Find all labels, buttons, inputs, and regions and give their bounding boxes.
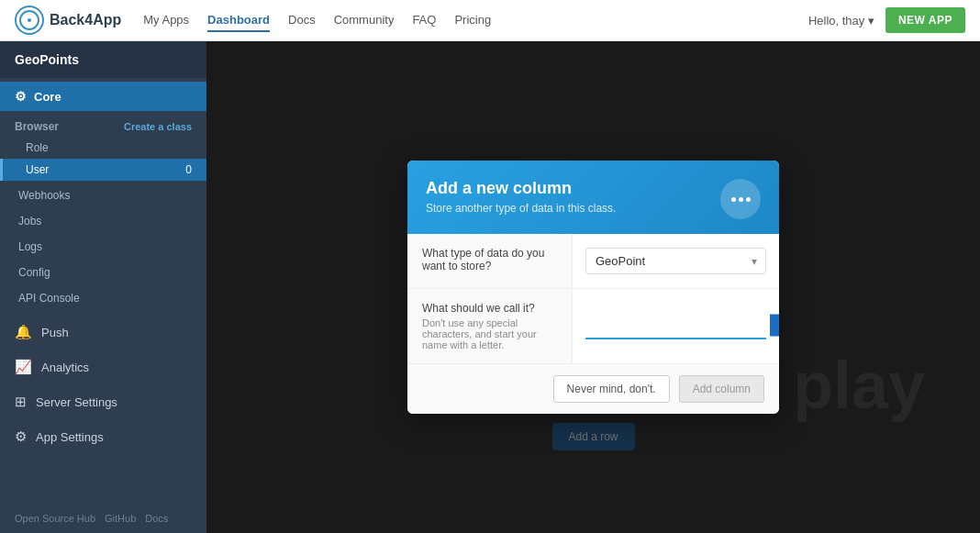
nav-community[interactable]: Community xyxy=(334,9,395,32)
app-settings-label: App Settings xyxy=(36,430,104,444)
push-label: Push xyxy=(41,326,69,339)
data-type-select[interactable]: GeoPoint xyxy=(585,248,766,274)
modal-body: What type of data do you want to store? … xyxy=(407,234,779,363)
arrow-pointer xyxy=(770,308,779,344)
bell-icon: 🔔 xyxy=(15,324,32,340)
sidebar-item-push[interactable]: 🔔 Push xyxy=(0,315,206,350)
logo-icon xyxy=(15,6,44,35)
server-icon: ⊞ xyxy=(15,394,27,410)
data-type-label: What type of data do you want to store? xyxy=(422,247,557,272)
modal-row-data-type: What type of data do you want to store? … xyxy=(407,234,779,289)
core-section: ⚙ Core Browser Create a class Role User … xyxy=(0,78,206,315)
modal-label-column-name: What should we call it? Don't use any sp… xyxy=(407,289,573,363)
sidebar-item-app-settings[interactable]: ⚙ App Settings xyxy=(0,419,206,454)
settings-icon: ⚙ xyxy=(15,428,27,445)
footer-github[interactable]: GitHub xyxy=(105,513,136,524)
browser-header: Browser Create a class xyxy=(0,117,206,137)
column-name-input[interactable] xyxy=(585,313,766,339)
sidebar-item-analytics[interactable]: 📈 Analytics xyxy=(0,350,206,384)
nav-dashboard[interactable]: Dashboard xyxy=(207,9,270,32)
nav-links: My Apps Dashboard Docs Community FAQ Pri… xyxy=(143,9,808,32)
user-count: 0 xyxy=(185,163,192,176)
logo-text: Back4App xyxy=(50,12,121,28)
modal-overlay: Add a new column Store another type of d… xyxy=(206,41,980,533)
nav-docs[interactable]: Docs xyxy=(288,9,316,32)
sidebar-item-role[interactable]: Role xyxy=(0,137,206,159)
core-header[interactable]: ⚙ Core xyxy=(0,82,206,111)
footer-open-source[interactable]: Open Source Hub xyxy=(15,513,95,524)
server-settings-label: Server Settings xyxy=(36,395,117,409)
nav-my-apps[interactable]: My Apps xyxy=(143,9,189,32)
new-app-button[interactable]: NEW APP xyxy=(885,7,965,33)
role-label: Role xyxy=(26,141,49,154)
modal-dots-icon xyxy=(731,197,751,202)
svg-marker-0 xyxy=(770,308,779,341)
sidebar-item-server-settings[interactable]: ⊞ Server Settings xyxy=(0,384,206,419)
modal-subtitle: Store another type of data in this class… xyxy=(426,202,616,215)
sidebar-item-webhooks[interactable]: Webhooks xyxy=(0,183,206,208)
analytics-icon: 📈 xyxy=(15,359,32,375)
modal-footer: Never mind, don't. Add column xyxy=(407,363,779,414)
add-column-modal: Add a new column Store another type of d… xyxy=(407,161,779,414)
nav-pricing[interactable]: Pricing xyxy=(454,9,491,32)
modal-icon-circle xyxy=(720,179,761,219)
gear-icon: ⚙ xyxy=(15,89,27,104)
sidebar-app-title: GeoPoints xyxy=(0,41,206,78)
hello-text[interactable]: Hello, thay ▾ xyxy=(808,14,874,28)
layout: GeoPoints ⚙ Core Browser Create a class … xyxy=(0,41,980,533)
modal-input-data-type: GeoPoint ▾ xyxy=(573,234,779,288)
user-label: User xyxy=(26,163,49,176)
column-name-label: What should we call it? xyxy=(422,302,557,315)
modal-input-column-name[interactable] xyxy=(573,289,779,363)
data-type-select-wrapper: GeoPoint ▾ xyxy=(585,248,766,274)
main-content: play Add a row to store an object in thi… xyxy=(206,41,980,533)
sidebar-item-user[interactable]: User 0 xyxy=(0,159,206,181)
modal-header: Add a new column Store another type of d… xyxy=(407,161,779,234)
add-column-button[interactable]: Add column xyxy=(679,375,764,403)
browser-sub-section: Browser Create a class Role User 0 xyxy=(0,111,206,183)
sidebar-item-logs[interactable]: Logs xyxy=(0,234,206,260)
nav-faq[interactable]: FAQ xyxy=(412,9,436,32)
sidebar-footer: Open Source Hub GitHub Docs xyxy=(0,504,206,533)
modal-row-column-name: What should we call it? Don't use any sp… xyxy=(407,289,779,363)
column-name-sub: Don't use any special characters, and st… xyxy=(422,317,557,350)
sidebar: GeoPoints ⚙ Core Browser Create a class … xyxy=(0,41,206,533)
sidebar-item-config[interactable]: Config xyxy=(0,260,206,285)
sidebar-item-jobs[interactable]: Jobs xyxy=(0,208,206,234)
nav-right: Hello, thay ▾ NEW APP xyxy=(808,7,965,33)
top-nav: Back4App My Apps Dashboard Docs Communit… xyxy=(0,0,980,41)
modal-header-text: Add a new column Store another type of d… xyxy=(426,179,616,215)
modal-label-data-type: What type of data do you want to store? xyxy=(407,234,573,288)
cancel-button[interactable]: Never mind, don't. xyxy=(553,375,670,403)
core-label: Core xyxy=(34,90,61,104)
analytics-label: Analytics xyxy=(41,361,89,374)
browser-label: Browser xyxy=(15,120,59,133)
footer-docs[interactable]: Docs xyxy=(145,513,168,524)
modal-title: Add a new column xyxy=(426,179,616,198)
logo[interactable]: Back4App xyxy=(15,6,121,35)
create-class-link[interactable]: Create a class xyxy=(124,121,192,132)
sidebar-item-api-console[interactable]: API Console xyxy=(0,285,206,311)
